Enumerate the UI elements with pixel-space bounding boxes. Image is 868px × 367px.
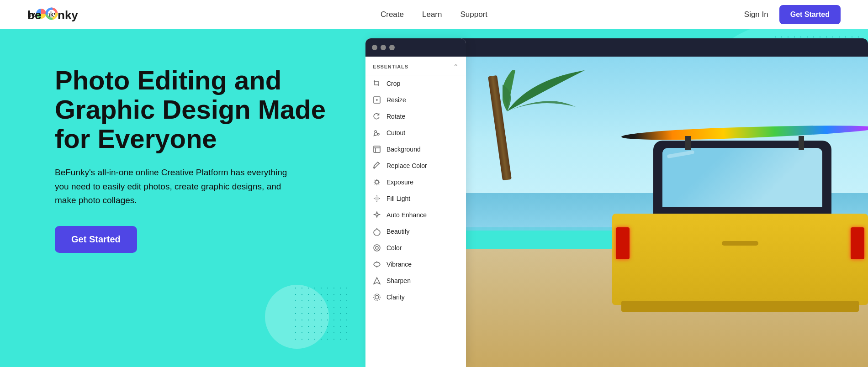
menu-label-resize: Resize xyxy=(386,96,406,104)
hero-get-started-button[interactable]: Get Started xyxy=(55,226,137,253)
crop-icon xyxy=(373,79,381,88)
menu-item-clarity[interactable]: Clarity xyxy=(365,289,466,305)
sidebar-panel: ESSENTIALS ⌃ Crop Resize Rotate Cutout B… xyxy=(365,38,466,367)
menu-label-rotate: Rotate xyxy=(386,113,405,120)
vibrance-icon xyxy=(373,260,381,268)
replace-color-icon xyxy=(373,162,381,170)
menu-items-list: Crop Resize Rotate Cutout Background Rep… xyxy=(365,75,466,305)
cutout-icon xyxy=(373,129,381,137)
nav-get-started-button[interactable]: Get Started xyxy=(779,5,841,24)
menu-label-crop: Crop xyxy=(386,80,400,87)
menu-label-auto-enhance: Auto Enhance xyxy=(386,211,427,219)
taillight-right xyxy=(851,227,864,259)
menu-item-crop[interactable]: Crop xyxy=(365,75,466,92)
menu-item-replace-color[interactable]: Replace Color xyxy=(365,157,466,174)
nav-right: Sign In Get Started xyxy=(744,5,841,24)
befunky-logo-svg: be nky xyxy=(27,5,91,24)
svg-point-7 xyxy=(375,180,379,184)
rotate-icon xyxy=(373,112,381,121)
bumper xyxy=(621,301,859,312)
menu-item-beautify[interactable]: Beautify xyxy=(365,223,466,240)
hero-description: BeFunky's all-in-one online Creative Pla… xyxy=(55,166,292,207)
auto-enhance-icon xyxy=(373,211,381,219)
svg-text:nky: nky xyxy=(58,8,78,22)
menu-label-clarity: Clarity xyxy=(386,294,405,301)
nav-support[interactable]: Support xyxy=(460,10,487,19)
car-window xyxy=(662,148,822,207)
dot-2 xyxy=(381,45,386,50)
essentials-label: ESSENTIALS xyxy=(373,64,408,69)
navbar: benky befunky be nky Create Learn Suppor… xyxy=(0,0,868,29)
nav-learn[interactable]: Learn xyxy=(422,10,442,19)
rack-left xyxy=(685,136,691,150)
essentials-header: ESSENTIALS ⌃ xyxy=(365,57,466,75)
logo-area[interactable]: be nky xyxy=(27,0,91,29)
window-reflection xyxy=(667,150,694,158)
car-body xyxy=(612,214,868,305)
nav-create[interactable]: Create xyxy=(381,10,404,19)
menu-label-color: Color xyxy=(386,244,402,252)
svg-text:be: be xyxy=(27,8,41,22)
menu-label-background: Background xyxy=(386,146,421,153)
resize-icon xyxy=(373,96,381,104)
dot-1 xyxy=(372,45,377,50)
menu-label-vibrance: Vibrance xyxy=(386,261,412,268)
collapse-icon[interactable]: ⌃ xyxy=(453,63,459,70)
menu-label-cutout: Cutout xyxy=(386,129,405,136)
taillight-left xyxy=(616,227,630,259)
svg-point-5 xyxy=(377,133,379,135)
menu-item-rotate[interactable]: Rotate xyxy=(365,108,466,125)
svg-rect-6 xyxy=(374,146,380,152)
dot-3 xyxy=(389,45,395,50)
tailgate-handle xyxy=(722,241,758,246)
dots-decoration-bottom xyxy=(292,285,347,340)
photo-canvas xyxy=(466,57,868,367)
menu-label-exposure: Exposure xyxy=(386,178,413,186)
sign-in-link[interactable]: Sign In xyxy=(744,10,768,19)
svg-point-8 xyxy=(375,197,379,200)
surfboard xyxy=(621,122,868,142)
nav-links: Create Learn Support xyxy=(381,10,487,19)
app-mockup: ESSENTIALS ⌃ Crop Resize Rotate Cutout B… xyxy=(365,29,868,367)
clarity-icon xyxy=(373,293,381,301)
menu-item-background[interactable]: Background xyxy=(365,141,466,157)
palm-leaves xyxy=(503,70,594,118)
car xyxy=(612,122,868,305)
menu-item-cutout[interactable]: Cutout xyxy=(365,125,466,141)
menu-item-vibrance[interactable]: Vibrance xyxy=(365,256,466,273)
car-cabin xyxy=(653,141,831,223)
svg-marker-11 xyxy=(374,278,380,284)
beautify-icon xyxy=(373,227,381,236)
menu-item-resize[interactable]: Resize xyxy=(365,92,466,108)
exposure-icon xyxy=(373,178,381,186)
hero-title: Photo Editing and Graphic Design Made fo… xyxy=(55,66,338,153)
rack-right xyxy=(799,136,804,150)
menu-label-fill-light: Fill Light xyxy=(386,195,410,202)
window-titlebar xyxy=(365,38,466,57)
background-icon xyxy=(373,145,381,153)
hero-left-content: Photo Editing and Graphic Design Made fo… xyxy=(55,57,338,253)
sharpen-icon xyxy=(373,277,381,285)
menu-label-sharpen: Sharpen xyxy=(386,277,411,284)
window-sidebar: ESSENTIALS ⌃ Crop Resize Rotate Cutout B… xyxy=(365,57,466,367)
menu-item-fill-light[interactable]: Fill Light xyxy=(365,190,466,207)
fill-light-icon xyxy=(373,194,381,203)
svg-point-4 xyxy=(375,131,376,132)
menu-label-beautify: Beautify xyxy=(386,228,410,235)
menu-item-sharpen[interactable]: Sharpen xyxy=(365,273,466,289)
svg-point-12 xyxy=(375,295,379,299)
hero-section: Photo Editing and Graphic Design Made fo… xyxy=(0,29,868,367)
menu-item-auto-enhance[interactable]: Auto Enhance xyxy=(365,207,466,223)
svg-point-13 xyxy=(374,294,380,300)
color-icon xyxy=(373,244,381,252)
menu-label-replace-color: Replace Color xyxy=(386,162,427,169)
menu-item-exposure[interactable]: Exposure xyxy=(365,174,466,190)
menu-item-color[interactable]: Color xyxy=(365,240,466,256)
svg-point-9 xyxy=(374,245,380,251)
svg-point-10 xyxy=(376,246,378,249)
palm-tree xyxy=(503,75,512,180)
